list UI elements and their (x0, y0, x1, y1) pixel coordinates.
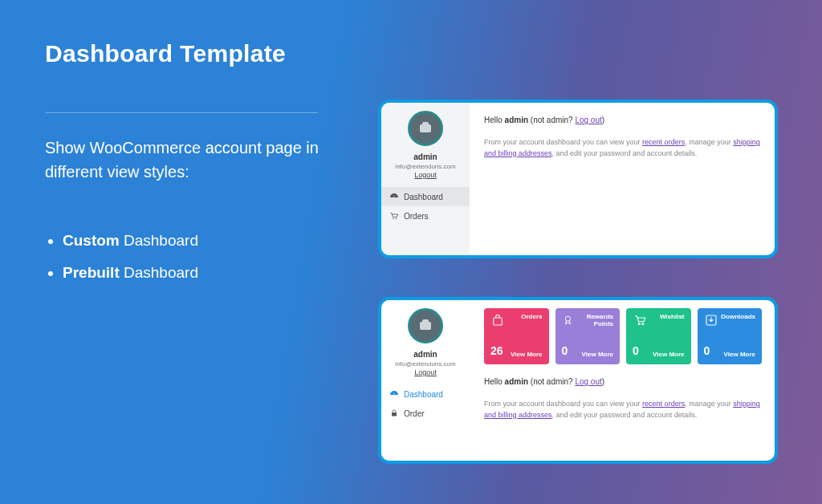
cart-icon (389, 211, 399, 221)
camera-icon (420, 124, 431, 132)
logout-link[interactable]: Logout (414, 171, 437, 179)
divider (45, 112, 318, 113)
svg-point-4 (565, 316, 570, 321)
bag-icon (490, 313, 505, 327)
user-email: info@extendons.com (395, 163, 455, 170)
sidebar-item-dashboard[interactable]: Dashboard (381, 187, 470, 206)
sidebar-item-label: Order (404, 409, 425, 418)
card-rewards[interactable]: Rewards Points 0View More (555, 308, 621, 364)
svg-point-6 (642, 323, 644, 324)
avatar (408, 111, 443, 146)
card-label: Orders (521, 313, 542, 320)
user-name: admin (413, 152, 437, 161)
dashboard-content: Orders 26View More Rewards Points 0View … (470, 300, 775, 461)
download-icon (704, 313, 718, 327)
svg-point-1 (396, 218, 397, 219)
view-more-link[interactable]: View More (511, 350, 542, 360)
ribbon-icon (562, 313, 574, 327)
logout-inline-link[interactable]: Log out (575, 377, 601, 386)
sidebar-item-orders[interactable]: Orders (381, 206, 470, 226)
greeting: Hello admin (not admin? Log out) (484, 376, 762, 388)
card-orders[interactable]: Orders 26View More (484, 308, 549, 364)
sidebar-item-dashboard[interactable]: Dashboard (381, 384, 470, 404)
user-name: admin (413, 350, 437, 359)
card-value: 26 (490, 343, 503, 360)
view-more-link[interactable]: View More (724, 350, 755, 360)
page-subtitle: Show WooCommerce account page in differe… (45, 136, 334, 184)
svg-rect-2 (392, 413, 397, 417)
gauge-icon (389, 192, 399, 201)
dashboard-description: From your account dashboard you can view… (484, 399, 762, 421)
card-value: 0 (562, 343, 568, 360)
gauge-icon (389, 389, 399, 399)
custom-dashboard-preview: admin info@extendons.com Logout Dashboar… (378, 100, 778, 258)
cart-icon (633, 313, 647, 327)
recent-orders-link[interactable]: recent orders (642, 400, 685, 408)
card-wishlist[interactable]: Wishlist 0View More (626, 308, 691, 364)
account-sidebar: admin info@extendons.com Logout Dashboar… (381, 103, 470, 255)
sidebar-item-label: Dashboard (404, 390, 443, 399)
logout-link[interactable]: Logout (414, 368, 437, 376)
card-value: 0 (633, 343, 639, 360)
sidebar-nav: Dashboard Orders (381, 187, 470, 226)
dashboard-content: Hello admin (not admin? Log out) From yo… (470, 103, 775, 255)
page-title: Dashboard Template (45, 40, 822, 67)
sidebar-item-label: Orders (404, 212, 429, 221)
stats-cards: Orders 26View More Rewards Points 0View … (484, 308, 762, 364)
list-item: Prebuilt Dashboard (63, 264, 822, 282)
prebuilt-dashboard-preview: admin info@extendons.com Logout Dashboar… (378, 297, 778, 464)
sidebar-nav: Dashboard Order (381, 384, 470, 423)
svg-point-5 (638, 323, 640, 324)
user-email: info@extendons.com (395, 360, 455, 368)
svg-rect-3 (494, 318, 503, 325)
card-label: Downloads (721, 313, 755, 320)
camera-icon (420, 322, 431, 330)
card-downloads[interactable]: Downloads 0View More (698, 308, 763, 364)
view-more-link[interactable]: View More (653, 350, 684, 360)
card-value: 0 (704, 343, 710, 360)
lock-icon (389, 408, 399, 418)
logout-inline-link[interactable]: Log out (575, 116, 601, 124)
sidebar-item-order[interactable]: Order (381, 404, 470, 423)
card-label: Rewards Points (573, 313, 613, 327)
svg-point-0 (393, 218, 393, 219)
recent-orders-link[interactable]: recent orders (642, 138, 685, 146)
sidebar-item-label: Dashboard (404, 193, 443, 201)
card-label: Wishlist (660, 313, 685, 320)
greeting: Hello admin (not admin? Log out) (484, 114, 762, 126)
account-sidebar: admin info@extendons.com Logout Dashboar… (381, 300, 470, 461)
avatar (408, 308, 443, 343)
view-more-link[interactable]: View More (582, 350, 613, 360)
dashboard-description: From your account dashboard you can view… (484, 137, 762, 159)
